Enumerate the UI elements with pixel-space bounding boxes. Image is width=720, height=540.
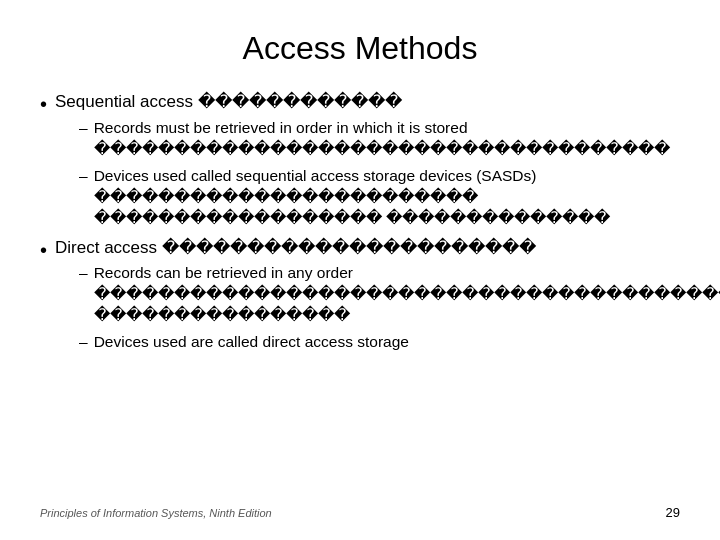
- dash-2: –: [79, 166, 88, 187]
- seq-sub2-text: Devices used called sequential access st…: [94, 166, 680, 229]
- footer-right: 29: [666, 505, 680, 520]
- dir-sub2: – Devices used are called direct access …: [79, 332, 720, 353]
- dash-4: –: [79, 332, 88, 353]
- direct-label: Direct access ����������������������: [55, 238, 536, 257]
- dir-sub1: – Records can be retrieved in any order …: [79, 263, 720, 326]
- footer-left: Principles of Information Systems, Ninth…: [40, 507, 272, 519]
- bullet-dot-1: •: [40, 91, 47, 117]
- footer: Principles of Information Systems, Ninth…: [40, 499, 680, 520]
- slide: Access Methods • Sequential access �����…: [0, 0, 720, 540]
- seq-sub1-text: Records must be retrieved in order in wh…: [94, 118, 680, 160]
- seq-sub1: – Records must be retrieved in order in …: [79, 118, 680, 160]
- bullet-dot-2: •: [40, 237, 47, 263]
- dash-3: –: [79, 263, 88, 284]
- dir-sub1-text: Records can be retrieved in any order ��…: [94, 263, 720, 326]
- sequential-label: Sequential access ������������: [55, 92, 402, 111]
- bullet-sequential: • Sequential access ������������ – Recor…: [40, 91, 680, 229]
- dir-sub2-text: Devices used are called direct access st…: [94, 332, 720, 353]
- direct-sub-items: – Records can be retrieved in any order …: [79, 263, 720, 353]
- dash-1: –: [79, 118, 88, 139]
- seq-sub2: – Devices used called sequential access …: [79, 166, 680, 229]
- slide-title: Access Methods: [40, 30, 680, 67]
- sequential-sub-items: – Records must be retrieved in order in …: [79, 118, 680, 229]
- bullet-direct: • Direct access ���������������������� –…: [40, 237, 680, 354]
- content-area: • Sequential access ������������ – Recor…: [40, 91, 680, 499]
